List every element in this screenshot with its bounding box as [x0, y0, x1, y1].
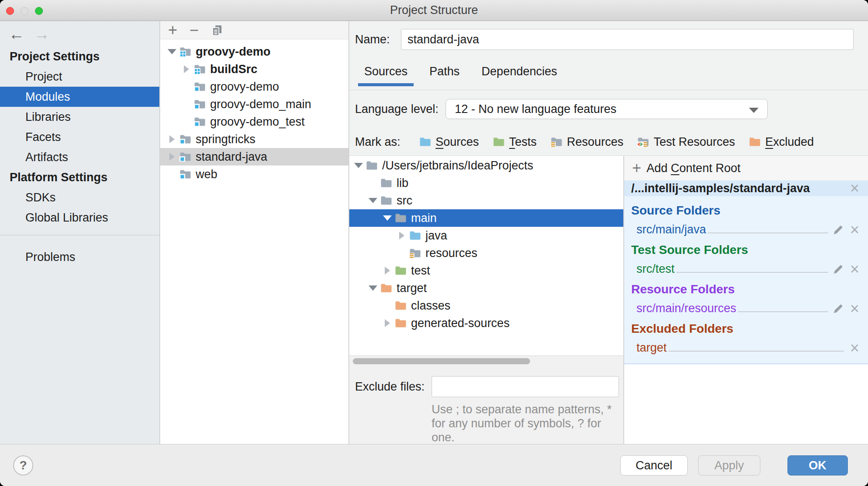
expand-arrow[interactable]: [381, 262, 394, 279]
add-content-root-button[interactable]: + Add Content Root: [624, 156, 868, 180]
mark-as-option[interactable]: Resources: [550, 135, 623, 149]
content-root-header[interactable]: /...intellij-samples/standard-java ×: [624, 180, 868, 196]
tab-label: Sources: [364, 65, 408, 78]
expand-arrow[interactable]: [366, 174, 380, 192]
folder-green-icon: [395, 265, 407, 276]
zoom-window-button[interactable]: [35, 7, 43, 15]
expand-arrow[interactable]: [381, 209, 394, 227]
module-tree-row[interactable]: groovy-demo: [160, 78, 348, 95]
file-tree-row[interactable]: target: [349, 279, 623, 297]
cancel-button[interactable]: Cancel: [620, 455, 688, 475]
sidebar-item-label: Project: [25, 70, 62, 84]
module-tree-row[interactable]: groovy-demo_test: [160, 113, 348, 130]
module-tree-row[interactable]: buildSrc: [160, 60, 348, 78]
edit-icon[interactable]: [833, 303, 844, 314]
module-tree-row[interactable]: groovy-demo_main: [160, 95, 348, 113]
folder-name: src: [397, 194, 412, 208]
sidebar-item[interactable]: Problems: [0, 247, 159, 267]
back-icon[interactable]: ←: [9, 27, 25, 42]
content-tree-column: /Users/jetbrains/IdeaProjects lib: [349, 156, 623, 444]
file-tree-row[interactable]: test: [349, 262, 623, 279]
language-level-select[interactable]: 12 - No new language features: [446, 99, 768, 119]
folder-name: generated-sources: [411, 317, 510, 330]
content-roots-panel: + Add Content Root /...intellij-samples/…: [623, 156, 868, 444]
tab[interactable]: Sources: [358, 65, 414, 86]
mark-as-row: Mark as: Sources Tests: [355, 132, 814, 151]
file-tree-row[interactable]: lib: [349, 174, 623, 192]
mark-as-option[interactable]: Test Resources: [636, 135, 735, 149]
mark-as-option[interactable]: Excluded: [748, 135, 814, 149]
sidebar-item[interactable]: Platform Settings: [0, 167, 159, 187]
remove-folder-icon[interactable]: ×: [848, 263, 861, 276]
folder-name: classes: [411, 299, 450, 313]
file-tree-row[interactable]: resources: [349, 244, 623, 262]
mark-as-option-label: Resources: [567, 135, 623, 149]
remove-folder-icon[interactable]: ×: [848, 223, 861, 236]
ok-button[interactable]: OK: [787, 455, 848, 475]
plus-icon: +: [632, 162, 641, 175]
file-tree-row[interactable]: java: [349, 227, 623, 244]
tab-label: Dependencies: [481, 65, 557, 78]
module-tree-row[interactable]: standard-java: [160, 148, 348, 166]
file-tree-row[interactable]: generated-sources: [349, 314, 623, 332]
expand-arrow[interactable]: [366, 279, 380, 297]
sidebar-item[interactable]: Project Settings: [0, 46, 159, 67]
sidebar-item[interactable]: Artifacts: [0, 147, 159, 167]
expand-arrow[interactable]: [165, 148, 179, 166]
folder-name: /Users/jetbrains/IdeaProjects: [382, 159, 533, 173]
file-tree-row[interactable]: classes: [349, 297, 623, 314]
expand-arrow[interactable]: [381, 314, 394, 332]
tabs-divider: [349, 90, 868, 90]
expand-arrow[interactable]: [381, 297, 394, 314]
sidebar-item[interactable]: [0, 235, 159, 236]
expand-arrow[interactable]: [395, 244, 408, 262]
horizontal-scrollbar[interactable]: [349, 356, 623, 366]
expand-arrow[interactable]: [165, 130, 179, 148]
module-name-input[interactable]: [401, 29, 854, 50]
sidebar-item[interactable]: Project: [0, 67, 159, 87]
help-button[interactable]: ?: [13, 455, 33, 475]
expand-arrow[interactable]: [395, 227, 408, 244]
sidebar-item[interactable]: Facets: [0, 127, 159, 147]
edit-icon[interactable]: [833, 224, 844, 236]
mark-as-option[interactable]: Sources: [418, 135, 479, 149]
path-underline: [668, 351, 844, 352]
file-tree-row[interactable]: main: [349, 209, 623, 227]
module-tree-row[interactable]: groovy-demo: [160, 43, 348, 60]
module-tree-row[interactable]: web: [160, 166, 348, 183]
module-tree-row[interactable]: springtricks: [160, 130, 348, 148]
tab[interactable]: Paths: [423, 65, 466, 86]
expand-arrow[interactable]: [352, 157, 365, 174]
file-tree-row[interactable]: src: [349, 192, 623, 209]
expand-arrow[interactable]: [366, 192, 380, 209]
add-module-icon[interactable]: +: [168, 24, 177, 37]
expand-arrow[interactable]: [165, 166, 179, 183]
remove-module-icon[interactable]: −: [190, 24, 199, 37]
close-window-button[interactable]: [6, 7, 14, 15]
title-bar[interactable]: Project Structure: [0, 0, 868, 21]
remove-content-root-icon[interactable]: ×: [848, 182, 861, 195]
expand-arrow[interactable]: [165, 43, 179, 60]
sidebar-item[interactable]: Libraries: [0, 107, 159, 127]
scrollbar-thumb[interactable]: [353, 358, 530, 364]
apply-button[interactable]: Apply: [698, 455, 760, 475]
expand-arrow[interactable]: [180, 78, 193, 95]
dialog-body: ← → Project Settings Project Modules: [0, 21, 868, 444]
exclude-files-input[interactable]: [432, 376, 619, 397]
mark-as-option[interactable]: Tests: [492, 135, 537, 149]
tab[interactable]: Dependencies: [475, 65, 563, 86]
file-tree-row[interactable]: /Users/jetbrains/IdeaProjects: [349, 157, 623, 174]
copy-module-icon[interactable]: [211, 24, 223, 36]
remove-folder-icon[interactable]: ×: [848, 302, 861, 315]
sidebar-item[interactable]: Modules: [0, 87, 159, 107]
sidebar-item[interactable]: Global Libraries: [0, 208, 159, 228]
expand-arrow[interactable]: [180, 95, 193, 113]
remove-folder-icon[interactable]: ×: [848, 342, 861, 355]
folder-group: Source Folders src/main/java ×: [631, 204, 861, 236]
settings-sidebar: ← → Project Settings Project Modules: [0, 21, 160, 444]
expand-arrow[interactable]: [180, 113, 193, 130]
edit-icon[interactable]: [833, 264, 844, 275]
sidebar-item[interactable]: SDKs: [0, 187, 159, 208]
folder-group-heading: Excluded Folders: [631, 322, 861, 336]
expand-arrow[interactable]: [180, 60, 193, 78]
